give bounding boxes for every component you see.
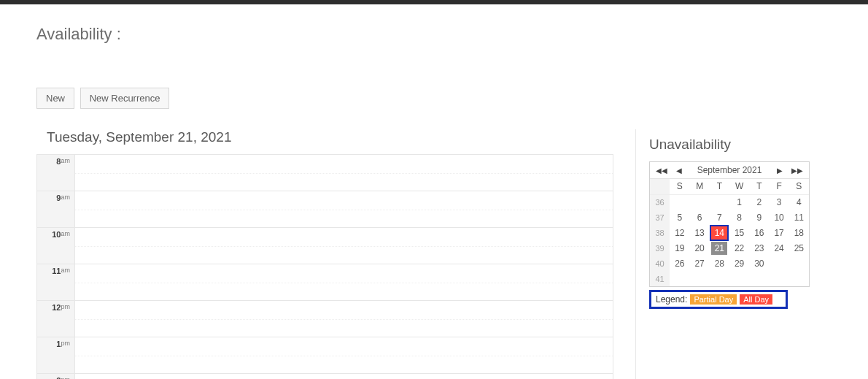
time-grid: 8am9am10am11am12pm1pm2pm [36, 154, 613, 379]
time-slot[interactable] [75, 191, 613, 228]
calendar-day [710, 271, 729, 286]
week-number-header [650, 179, 670, 194]
dow-header: F [770, 179, 789, 194]
schedule-date-title: Tuesday, September 21, 2021 [47, 129, 613, 145]
vertical-divider [635, 129, 636, 379]
mini-calendar: ◀◀ ◀ September 2021 ▶ ▶▶ SMTWTFS36123437… [649, 161, 810, 287]
time-row: 10am [37, 228, 613, 264]
calendar-day [770, 271, 789, 286]
calendar-day[interactable]: 13 [690, 225, 710, 240]
calendar-day[interactable]: 30 [749, 256, 769, 271]
legend-label: Legend: [656, 294, 687, 305]
calendar-day [749, 271, 769, 286]
calendar-day [729, 271, 749, 286]
time-slot[interactable] [75, 337, 613, 374]
week-number: 39 [650, 240, 670, 256]
calendar-day[interactable]: 19 [670, 240, 689, 256]
calendar-day[interactable]: 12 [670, 225, 689, 240]
calendar-day[interactable]: 5 [670, 210, 689, 225]
time-label: 11am [37, 264, 75, 301]
calendar-day[interactable]: 11 [789, 210, 809, 225]
time-slot[interactable] [75, 301, 613, 337]
calendar-day[interactable]: 8 [729, 210, 749, 225]
calendar-day [690, 271, 710, 286]
time-label: 1pm [37, 337, 75, 374]
calendar-day[interactable]: 14 [710, 225, 729, 240]
calendar-day[interactable]: 25 [789, 240, 809, 256]
next-month-icon[interactable]: ▶ [775, 166, 784, 175]
week-number: 37 [650, 210, 670, 225]
calendar-day[interactable]: 7 [710, 210, 729, 225]
calendar-day[interactable]: 27 [690, 256, 710, 271]
legend: Legend: Partial Day All Day [649, 290, 788, 309]
calendar-day[interactable]: 23 [749, 240, 769, 256]
time-row: 9am [37, 191, 613, 228]
time-slot[interactable] [75, 155, 613, 191]
prev-year-icon[interactable]: ◀◀ [654, 166, 669, 175]
calendar-day[interactable]: 10 [770, 210, 789, 225]
calendar-day[interactable]: 21 [710, 240, 729, 256]
calendar-day[interactable]: 1 [729, 194, 749, 210]
dow-header: S [670, 179, 689, 194]
sidebar-panel: Unavailability ◀◀ ◀ September 2021 ▶ ▶▶ … [649, 129, 832, 379]
calendar-day[interactable]: 24 [770, 240, 789, 256]
schedule-panel: Tuesday, September 21, 2021 8am9am10am11… [36, 129, 635, 379]
calendar-day[interactable]: 20 [690, 240, 710, 256]
calendar-day [789, 271, 809, 286]
dow-header: S [789, 179, 809, 194]
calendar-day[interactable]: 9 [749, 210, 769, 225]
calendar-day[interactable]: 18 [789, 225, 809, 240]
legend-all-day: All Day [740, 294, 772, 305]
calendar-day [789, 256, 809, 271]
time-row: 8am [37, 155, 613, 191]
calendar-day[interactable]: 16 [749, 225, 769, 240]
week-number: 41 [650, 271, 670, 286]
page-title: Availability : [36, 25, 832, 44]
week-number: 36 [650, 194, 670, 210]
dow-header: M [690, 179, 710, 194]
calendar-day [690, 194, 710, 210]
week-number: 38 [650, 225, 670, 240]
calendar-day[interactable]: 17 [770, 225, 789, 240]
time-label: 12pm [37, 301, 75, 337]
week-number: 40 [650, 256, 670, 271]
sidebar-title: Unavailability [649, 137, 832, 153]
dow-header: T [710, 179, 729, 194]
time-label: 9am [37, 191, 75, 228]
toolbar: New New Recurrence [36, 88, 832, 109]
dow-header: T [749, 179, 769, 194]
mini-calendar-title: September 2021 [689, 165, 770, 175]
new-recurrence-button[interactable]: New Recurrence [80, 88, 170, 109]
next-year-icon[interactable]: ▶▶ [790, 166, 805, 175]
calendar-day[interactable]: 28 [710, 256, 729, 271]
time-row: 11am [37, 264, 613, 301]
time-label: 2pm [37, 374, 75, 379]
calendar-day[interactable]: 26 [670, 256, 689, 271]
time-slot[interactable] [75, 228, 613, 264]
calendar-day[interactable]: 3 [770, 194, 789, 210]
mini-calendar-grid: SMTWTFS361234375678910113812131415161718… [650, 179, 809, 286]
calendar-day[interactable]: 2 [749, 194, 769, 210]
time-label: 8am [37, 155, 75, 191]
time-row: 1pm [37, 337, 613, 374]
calendar-day [770, 256, 789, 271]
calendar-day[interactable]: 29 [729, 256, 749, 271]
time-row: 2pm [37, 374, 613, 379]
dow-header: W [729, 179, 749, 194]
time-slot[interactable] [75, 374, 613, 379]
new-button[interactable]: New [36, 88, 74, 109]
calendar-day [670, 271, 689, 286]
prev-month-icon[interactable]: ◀ [675, 166, 683, 175]
calendar-day[interactable]: 6 [690, 210, 710, 225]
calendar-day [670, 194, 689, 210]
legend-partial-day: Partial Day [690, 294, 737, 305]
time-slot[interactable] [75, 264, 613, 301]
time-row: 12pm [37, 301, 613, 337]
time-label: 10am [37, 228, 75, 264]
calendar-day[interactable]: 15 [729, 225, 749, 240]
calendar-day[interactable]: 22 [729, 240, 749, 256]
calendar-day [710, 194, 729, 210]
calendar-day[interactable]: 4 [789, 194, 809, 210]
